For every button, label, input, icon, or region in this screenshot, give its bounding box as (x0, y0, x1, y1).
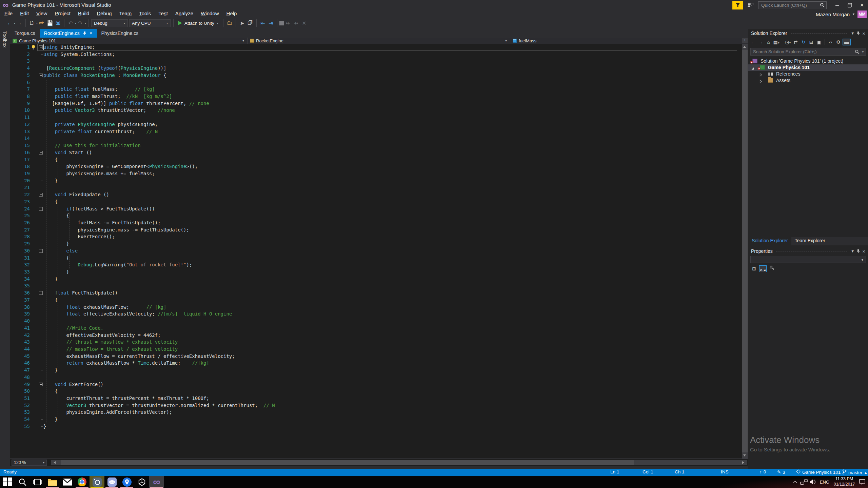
line-number[interactable]: 7 (10, 86, 30, 93)
code-line[interactable]: 13 private float currentThrust; // N (10, 128, 742, 135)
solution-configuration-combo[interactable]: Debug▾ (91, 19, 128, 27)
pin-icon[interactable] (83, 31, 86, 36)
horizontal-scrollbar[interactable] (51, 460, 747, 465)
close-icon[interactable]: × (862, 248, 865, 254)
show-all-files-icon[interactable]: ▬ (843, 39, 851, 45)
line-number[interactable]: 5 (10, 72, 30, 79)
line-number[interactable]: 54 (10, 416, 30, 423)
scroll-left-arrow[interactable] (54, 461, 56, 464)
split-window-handle[interactable]: + (742, 38, 748, 43)
code-line[interactable]: 48 (10, 374, 742, 381)
properties-icon[interactable]: ⚙ (835, 39, 842, 45)
notifications-flag-icon[interactable] (732, 1, 743, 9)
unity-project-explorer-button[interactable]: 🗀 (226, 20, 233, 26)
line-number[interactable]: 50 (10, 388, 30, 395)
line-number[interactable]: 35 (10, 282, 30, 289)
line-number[interactable]: 27 (10, 226, 30, 233)
code-line[interactable]: 21 (10, 184, 742, 191)
type-dropdown[interactable]: RocketEngine▼ (248, 38, 510, 44)
clear-results-button[interactable]: ✕ (300, 20, 308, 26)
alphabetical-sort-icon[interactable]: A↓Z (759, 265, 767, 272)
code-line[interactable]: 53 physicsEngine.AddForce(thrustVector); (10, 409, 742, 416)
code-line[interactable]: 39 float effectiveExhaustVelocity; //[m/… (10, 310, 742, 318)
view-code-icon[interactable]: ‹› (827, 39, 834, 45)
title-bar[interactable]: ∞ Game Physics 101 - Microsoft Visual St… (0, 0, 868, 10)
code-line[interactable]: 7 public float fuelMass; // [kg] (10, 86, 742, 93)
line-number[interactable]: 45 (10, 353, 30, 360)
code-line[interactable]: 37 { (10, 297, 742, 304)
expand-arrow-icon[interactable] (759, 79, 763, 84)
line-number[interactable]: 55 (10, 423, 30, 430)
fold-toggle[interactable] (39, 193, 43, 197)
vertical-scrollbar[interactable]: + (742, 44, 748, 459)
search-input[interactable] (751, 48, 866, 55)
repository-indicator[interactable]: Game Physics 101 (796, 469, 841, 475)
code-line[interactable]: 42 effectiveExhaustVelocity = 4462f; (10, 332, 742, 339)
line-number[interactable]: 9 (10, 100, 30, 107)
undo-button[interactable]: ↶ (67, 20, 74, 26)
line-number[interactable]: 12 (10, 121, 30, 128)
code-line[interactable]: 52 Vector3 thrustVector = thrustUnitVect… (10, 402, 742, 409)
line-number[interactable]: 26 (10, 219, 30, 226)
pin-icon[interactable] (856, 249, 860, 253)
line-number[interactable]: 43 (10, 339, 30, 346)
code-line[interactable]: 30 else (10, 247, 742, 255)
restore-button[interactable] (844, 0, 856, 10)
navigate-forward-in-results-button[interactable]: ⇸ (292, 20, 300, 26)
lightbulb-icon[interactable] (31, 45, 36, 51)
taskbar-unity[interactable] (134, 476, 149, 488)
line-number[interactable]: 39 (10, 310, 30, 318)
code-line[interactable]: 28 ExertForce(); (10, 233, 742, 240)
collapse-arrow-icon[interactable] (751, 66, 754, 71)
code-line[interactable]: 9 [Range(0.0f, 1.0f)] public float thrus… (10, 100, 742, 107)
solution-explorer-header[interactable]: Solution Explorer ▼ × (748, 29, 868, 38)
sync-with-active-document-icon[interactable]: ⇄ (792, 39, 799, 45)
line-number[interactable]: 11 (10, 114, 30, 121)
action-center-icon[interactable] (856, 479, 868, 485)
code-line[interactable]: 10 public Vector3 thrustUnitVector; //no… (10, 107, 742, 114)
scroll-down-arrow[interactable] (743, 454, 746, 456)
refresh-icon[interactable]: ↻ (800, 39, 807, 45)
line-number[interactable]: 42 (10, 332, 30, 339)
close-button[interactable]: × (856, 0, 868, 10)
code-line[interactable]: 3 (10, 58, 742, 65)
toolbox-tab[interactable]: Toolbox (2, 31, 7, 47)
minimize-button[interactable] (831, 0, 844, 10)
preview-selected-items-icon[interactable]: ▣ (815, 39, 823, 45)
tree-item-assets[interactable]: Assets (748, 77, 868, 84)
code-line[interactable]: 45 exhaustMassFlow = currentThrust / eff… (10, 353, 742, 360)
code-line[interactable]: 11 (10, 114, 742, 121)
document-outline-button[interactable]: 🗇 (246, 20, 254, 26)
line-number[interactable]: 32 (10, 261, 30, 268)
member-dropdown[interactable]: fuelMass▼ (510, 38, 748, 44)
code-line[interactable]: 38 float exhaustMassFlow; // [kg] (10, 304, 742, 311)
window-position-icon[interactable]: ▼ (851, 31, 854, 35)
taskbar-search[interactable] (15, 476, 30, 488)
line-number[interactable]: 1 (10, 44, 30, 51)
menu-help[interactable]: Help (223, 10, 241, 18)
code-line[interactable]: 5public class RocketEngine : MonoBehavio… (10, 72, 742, 79)
new-file-button[interactable]: 🗋 (28, 20, 36, 26)
pending-changes-filter-icon[interactable]: ◷▾ (784, 39, 791, 45)
line-number[interactable]: 53 (10, 409, 30, 416)
code-line[interactable]: 27 physicsEngine.mass -= FuelThisUpdate(… (10, 226, 742, 233)
code-line[interactable]: 22 void FixedUpdate () (10, 191, 742, 198)
properties-object-selector[interactable]: ▼ (750, 256, 866, 263)
menu-file[interactable]: File (1, 10, 16, 18)
chevron-down-icon[interactable]: ▾ (217, 22, 218, 25)
tree-item-solution[interactable]: Solution 'Game Physics 101' (1 project) (748, 58, 868, 64)
line-number[interactable]: 31 (10, 255, 30, 262)
code-line[interactable]: 24 if(fuelMass > FuelThisUpdate()) (10, 205, 742, 212)
fold-toggle[interactable] (39, 383, 43, 386)
line-number[interactable]: 13 (10, 128, 30, 135)
code-line[interactable]: 14 (10, 135, 742, 142)
navigate-backward-button[interactable]: ← (6, 20, 13, 26)
code-line[interactable]: 4 [RequireComponent (typeof(PhysicsEngin… (10, 65, 742, 72)
tree-item-references[interactable]: References (748, 71, 868, 77)
code-line[interactable]: 44 // massFlow = thrust / exhaust veloci… (10, 346, 742, 353)
line-number[interactable]: 2 (10, 51, 30, 58)
taskbar-file-explorer[interactable] (45, 476, 60, 488)
tab-team-explorer[interactable]: Team Explorer (791, 237, 829, 245)
scroll-right-arrow[interactable] (742, 461, 744, 464)
code-line[interactable]: 1using UnityEngine; (10, 44, 742, 51)
